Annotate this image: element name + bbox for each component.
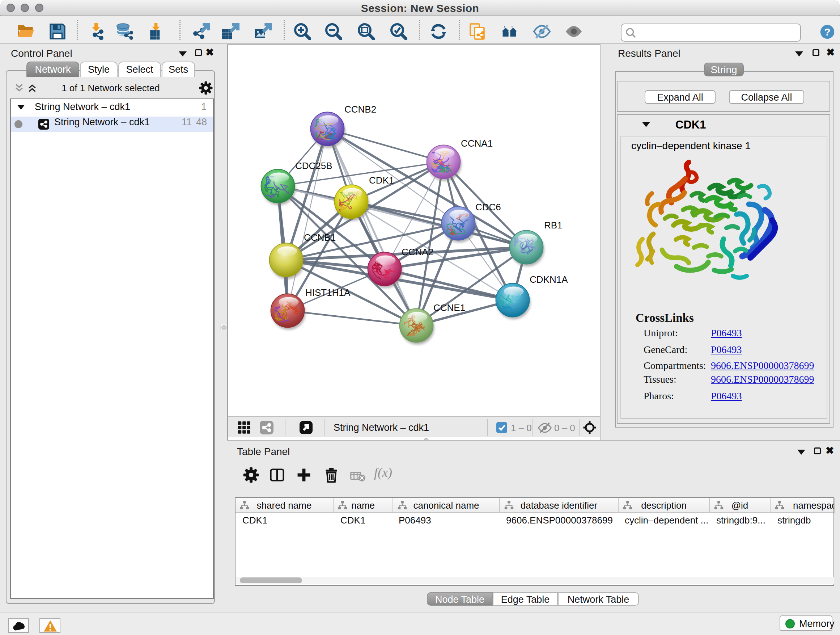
- svg-text:?: ?: [824, 27, 830, 38]
- svg-text:CCNB2: CCNB2: [344, 104, 376, 115]
- svg-text:CDKN1A: CDKN1A: [530, 274, 568, 285]
- svg-text:CDC25B: CDC25B: [295, 160, 332, 171]
- svg-text:CDK1: CDK1: [369, 175, 394, 186]
- svg-text:CCNB1: CCNB1: [304, 232, 336, 243]
- svg-text:RB1: RB1: [544, 220, 562, 231]
- svg-text:HIST1H1A: HIST1H1A: [305, 287, 351, 298]
- svg-text:CCNA2: CCNA2: [401, 247, 433, 257]
- svg-text:CCNA1: CCNA1: [461, 138, 493, 149]
- svg-text:CCNE1: CCNE1: [433, 302, 465, 313]
- svg-text:CDC6: CDC6: [475, 202, 501, 212]
